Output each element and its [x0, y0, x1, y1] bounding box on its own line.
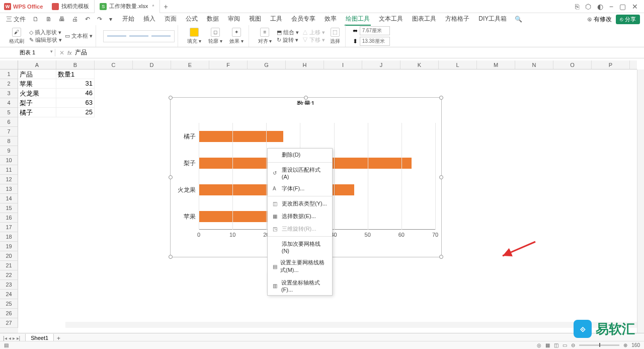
row-header-17[interactable]: 17: [0, 223, 18, 232]
bar-橘子[interactable]: [199, 131, 283, 142]
row-header-1[interactable]: 1: [0, 69, 18, 79]
ctx-item[interactable]: ▦选择数据(E)...: [268, 210, 332, 223]
row-header-11[interactable]: 11: [0, 165, 18, 175]
edit-shape-button[interactable]: ✎ 编辑形状 ▾: [29, 36, 62, 44]
menu-tab-8[interactable]: 会员专享: [290, 13, 316, 26]
col-header-H[interactable]: H: [286, 60, 324, 69]
cell-A2[interactable]: 苹果: [18, 79, 56, 89]
menu-tab-5[interactable]: 审阅: [227, 13, 241, 26]
col-header-P[interactable]: P: [592, 60, 630, 69]
opt1-icon[interactable]: ⎘: [572, 3, 582, 11]
width-input[interactable]: 7.67厘米: [360, 26, 390, 35]
row-header-3[interactable]: 3: [0, 89, 18, 98]
cell-A4[interactable]: 梨子: [18, 98, 56, 108]
col-header-J[interactable]: J: [362, 60, 400, 69]
formula-text[interactable]: 产品: [75, 48, 87, 57]
resize-handle[interactable]: [439, 175, 443, 179]
menu-tab-6[interactable]: 视图: [248, 13, 262, 26]
resize-handle[interactable]: [169, 175, 173, 179]
share-button[interactable]: ⎋ 分享: [616, 15, 640, 24]
resize-handle[interactable]: [439, 96, 443, 100]
cancel-icon[interactable]: ✕: [59, 49, 64, 56]
view-icon-3[interactable]: ◫: [554, 342, 558, 348]
zoom-out-icon[interactable]: ⊖: [571, 342, 575, 348]
col-header-O[interactable]: O: [553, 60, 592, 69]
row-header-22[interactable]: 22: [0, 270, 18, 280]
vertical-scrollbar[interactable]: [637, 69, 644, 334]
resize-handle[interactable]: [169, 96, 173, 100]
select-all-corner[interactable]: [0, 60, 18, 69]
row-header-15[interactable]: 15: [0, 203, 18, 213]
cell-B5[interactable]: 25: [56, 108, 95, 117]
zoom-value[interactable]: 160: [631, 342, 640, 348]
row-header-16[interactable]: 16: [0, 213, 18, 223]
col-header-G[interactable]: G: [248, 60, 286, 69]
row-header-23[interactable]: 23: [0, 280, 18, 290]
col-header-M[interactable]: M: [477, 60, 515, 69]
line-style-2[interactable]: [129, 33, 149, 40]
cell-B1[interactable]: 数量1: [56, 69, 95, 79]
status-icon[interactable]: ▤: [4, 342, 9, 348]
name-box[interactable]: 图表 1: [0, 49, 55, 56]
move-down-button[interactable]: ▽ 下移 ▾: [302, 36, 325, 44]
move-up-button[interactable]: △ 上移 ▾: [302, 29, 325, 36]
menu-tab-7[interactable]: 工具: [269, 13, 283, 26]
row-header-27[interactable]: 27: [0, 318, 18, 328]
cell-A5[interactable]: 橘子: [18, 108, 56, 117]
row-header-18[interactable]: 18: [0, 232, 18, 242]
row-header-21[interactable]: 21: [0, 261, 18, 270]
row-header-6[interactable]: 6: [0, 117, 18, 127]
minimize-button[interactable]: −: [606, 3, 616, 11]
qa-undo-icon[interactable]: ↶: [83, 15, 92, 24]
ctx-item[interactable]: 添加次要网格线(N): [268, 238, 332, 256]
opt2-icon[interactable]: ⬡: [582, 3, 594, 11]
menu-tab-10[interactable]: 绘图工具: [345, 13, 371, 26]
line-style-1[interactable]: [107, 33, 127, 40]
fill-button[interactable]: 填充 ▾: [185, 28, 203, 45]
menu-tab-14[interactable]: DIY工具箱: [477, 13, 508, 26]
tab-workbook[interactable]: S 工作簿数量.xlsx *: [95, 0, 159, 13]
row-header-25[interactable]: 25: [0, 299, 18, 309]
qa-redo-icon[interactable]: ↷: [95, 15, 104, 24]
col-header-E[interactable]: E: [171, 60, 209, 69]
group-button[interactable]: ⬒ 组合 ▾: [277, 29, 299, 36]
sheet-nav[interactable]: |◂◂▸▸|: [0, 335, 23, 341]
cell-B4[interactable]: 63: [56, 98, 95, 108]
row-header-14[interactable]: 14: [0, 194, 18, 203]
cell-A1[interactable]: 产品: [18, 69, 56, 79]
row-header-5[interactable]: 5: [0, 108, 18, 117]
maximize-button[interactable]: ▢: [616, 3, 629, 11]
col-header-A[interactable]: A: [18, 60, 56, 69]
text-box-button[interactable]: ▭ 文本框 ▾: [65, 32, 93, 40]
ctx-item[interactable]: ↺重设以匹配样式(A): [268, 164, 332, 182]
col-header-K[interactable]: K: [400, 60, 439, 69]
col-header-C[interactable]: C: [95, 60, 133, 69]
close-button[interactable]: ✕: [629, 3, 641, 11]
row-header-4[interactable]: 4: [0, 98, 18, 108]
changes-indicator[interactable]: ⊙ 有修改: [587, 15, 612, 24]
qa-preview-icon[interactable]: 🖨: [70, 15, 80, 24]
row-header-20[interactable]: 20: [0, 251, 18, 261]
select-button[interactable]: ⬚选择: [328, 28, 342, 45]
file-menu[interactable]: 三 文件: [4, 14, 28, 25]
menu-tab-1[interactable]: 插入: [142, 13, 156, 26]
line-style-gallery[interactable]: [103, 30, 175, 42]
effect-button[interactable]: ✦效果 ▾: [227, 28, 246, 45]
qa-new-icon[interactable]: 🗋: [31, 15, 41, 24]
view-icon-1[interactable]: ◎: [537, 342, 541, 348]
new-tab-button[interactable]: +: [160, 3, 172, 11]
ctx-item[interactable]: ▥设置坐标轴格式(F)...: [268, 276, 332, 295]
menu-tab-3[interactable]: 公式: [185, 13, 199, 26]
cell-B2[interactable]: 31: [56, 79, 95, 89]
row-header-2[interactable]: 2: [0, 79, 18, 89]
menu-tab-11[interactable]: 文本工具: [378, 13, 404, 26]
col-header-F[interactable]: F: [209, 60, 248, 69]
zoom-in-icon[interactable]: ⊕: [623, 342, 627, 348]
resize-handle[interactable]: [439, 255, 443, 259]
height-input[interactable]: 13.38厘米: [360, 37, 390, 46]
row-header-19[interactable]: 19: [0, 242, 18, 251]
col-header-D[interactable]: D: [133, 60, 171, 69]
fx-icon[interactable]: fx: [67, 50, 72, 56]
qa-more-icon[interactable]: ▾: [107, 15, 114, 24]
cell-B3[interactable]: 46: [56, 89, 95, 98]
